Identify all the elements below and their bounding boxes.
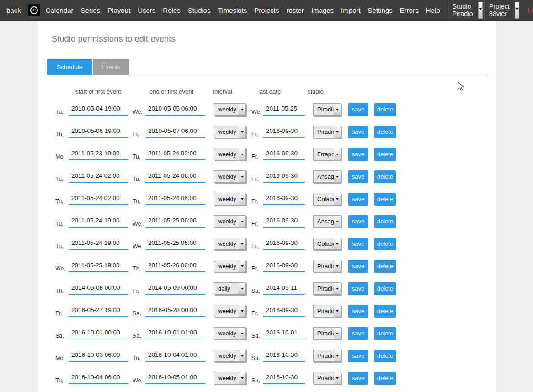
tab-events[interactable]: Events <box>93 59 129 75</box>
studio-select[interactable]: Ansage <box>313 215 341 228</box>
save-button[interactable]: save <box>348 215 368 228</box>
interval-select[interactable]: weekly <box>214 327 246 339</box>
last-date-input[interactable] <box>263 283 305 295</box>
studio-select[interactable]: Piradio <box>313 327 341 339</box>
studio-select[interactable]: Piradio <box>313 350 341 362</box>
save-button[interactable]: save <box>348 103 368 116</box>
delete-button[interactable]: delete <box>374 305 396 318</box>
end-datetime-input[interactable] <box>145 372 205 384</box>
end-datetime-input[interactable] <box>145 328 205 339</box>
studio-select-dropdown-button[interactable] <box>478 2 483 19</box>
nav-menu-item[interactable]: Errors <box>400 6 419 14</box>
end-datetime-input[interactable] <box>145 216 205 228</box>
start-datetime-input[interactable] <box>69 328 128 339</box>
nav-menu-item[interactable]: Help <box>426 6 440 14</box>
last-date-input[interactable] <box>263 350 305 362</box>
delete-button[interactable]: delete <box>374 350 396 362</box>
last-date-input[interactable] <box>263 260 305 272</box>
end-datetime-input[interactable] <box>145 104 205 116</box>
interval-select[interactable]: weekly <box>214 148 246 160</box>
studio-select[interactable]: Piradio <box>313 372 341 384</box>
studio-select[interactable]: Frrapo <box>313 148 341 160</box>
last-date-input[interactable] <box>263 104 305 116</box>
studio-select[interactable]: Colabo <box>313 238 341 250</box>
project-select[interactable]: Project 88vier <box>484 0 521 20</box>
end-datetime-input[interactable] <box>145 238 205 250</box>
last-date-input[interactable] <box>263 216 305 228</box>
studio-select[interactable]: Piradio <box>313 260 341 272</box>
delete-button[interactable]: delete <box>374 103 396 116</box>
end-datetime-input[interactable] <box>145 171 205 183</box>
nav-menu-item[interactable]: Calendar <box>46 6 74 14</box>
studio-select[interactable]: Colabo <box>313 193 341 205</box>
interval-select[interactable]: weekly <box>214 103 246 116</box>
delete-button[interactable]: delete <box>374 126 396 138</box>
start-datetime-input[interactable] <box>69 283 128 295</box>
save-button[interactable]: save <box>348 170 368 183</box>
studio-select[interactable]: Piradio <box>313 282 341 295</box>
save-button[interactable]: save <box>348 350 368 362</box>
start-datetime-input[interactable] <box>69 104 128 116</box>
nav-menu-item[interactable]: Series <box>81 6 101 14</box>
delete-button[interactable]: delete <box>374 282 396 295</box>
last-date-input[interactable] <box>263 328 305 339</box>
nav-menu-item[interactable]: roster <box>287 6 304 14</box>
end-datetime-input[interactable] <box>145 193 205 205</box>
interval-select[interactable]: weekly <box>214 350 246 362</box>
delete-button[interactable]: delete <box>374 215 396 228</box>
studio-select[interactable]: Piradio <box>313 103 341 116</box>
nav-menu-item[interactable]: Users <box>138 6 155 14</box>
last-date-input[interactable] <box>263 305 305 317</box>
nav-menu-item[interactable]: Images <box>311 6 334 14</box>
save-button[interactable]: save <box>348 260 368 273</box>
end-datetime-input[interactable] <box>145 283 205 295</box>
start-datetime-input[interactable] <box>69 305 128 317</box>
delete-button[interactable]: delete <box>374 148 396 161</box>
interval-select[interactable]: weekly <box>214 215 246 228</box>
end-datetime-input[interactable] <box>145 126 205 138</box>
start-datetime-input[interactable] <box>69 193 128 205</box>
tab-schedule[interactable]: Schedule <box>47 59 92 75</box>
end-datetime-input[interactable] <box>145 350 205 362</box>
last-date-input[interactable] <box>263 148 305 160</box>
last-date-input[interactable] <box>263 171 305 183</box>
interval-select[interactable]: weekly <box>214 305 246 317</box>
delete-button[interactable]: delete <box>374 170 396 183</box>
studio-select[interactable]: Piradio <box>313 305 341 317</box>
delete-button[interactable]: delete <box>374 327 396 340</box>
start-datetime-input[interactable] <box>69 171 128 183</box>
nav-menu-item[interactable]: Playout <box>107 6 130 14</box>
delete-button[interactable]: delete <box>374 238 396 250</box>
delete-button[interactable]: delete <box>374 193 396 206</box>
start-datetime-input[interactable] <box>69 372 128 384</box>
interval-select[interactable]: weekly <box>214 170 246 183</box>
start-datetime-input[interactable] <box>69 216 128 228</box>
interval-select[interactable]: weekly <box>214 372 246 384</box>
nav-menu-item[interactable]: Projects <box>254 6 279 14</box>
start-datetime-input[interactable] <box>69 148 128 160</box>
interval-select[interactable]: weekly <box>214 260 246 272</box>
save-button[interactable]: save <box>348 327 368 340</box>
save-button[interactable]: save <box>348 305 368 318</box>
interval-select[interactable]: weekly <box>214 126 246 138</box>
save-button[interactable]: save <box>348 193 368 206</box>
save-button[interactable]: save <box>348 126 368 138</box>
nav-menu-item[interactable]: Import <box>341 6 361 14</box>
back-link[interactable]: back <box>6 6 21 14</box>
project-select-dropdown-button[interactable] <box>515 2 519 19</box>
delete-button[interactable]: delete <box>374 260 396 273</box>
logout-link[interactable]: Logout <box>528 6 533 14</box>
nav-menu-item[interactable]: Roles <box>163 6 180 14</box>
nav-menu-item[interactable]: Studios <box>188 6 211 14</box>
start-datetime-input[interactable] <box>69 350 128 362</box>
nav-menu-item[interactable]: Settings <box>368 6 393 14</box>
save-button[interactable]: save <box>348 238 368 250</box>
interval-select[interactable]: weekly <box>214 193 246 205</box>
save-button[interactable]: save <box>348 282 368 295</box>
end-datetime-input[interactable] <box>145 260 205 272</box>
end-datetime-input[interactable] <box>145 148 205 160</box>
delete-button[interactable]: delete <box>374 372 396 385</box>
studio-select[interactable]: Studio Piradio <box>448 0 484 20</box>
last-date-input[interactable] <box>263 193 305 205</box>
interval-select[interactable]: weekly <box>214 238 246 250</box>
